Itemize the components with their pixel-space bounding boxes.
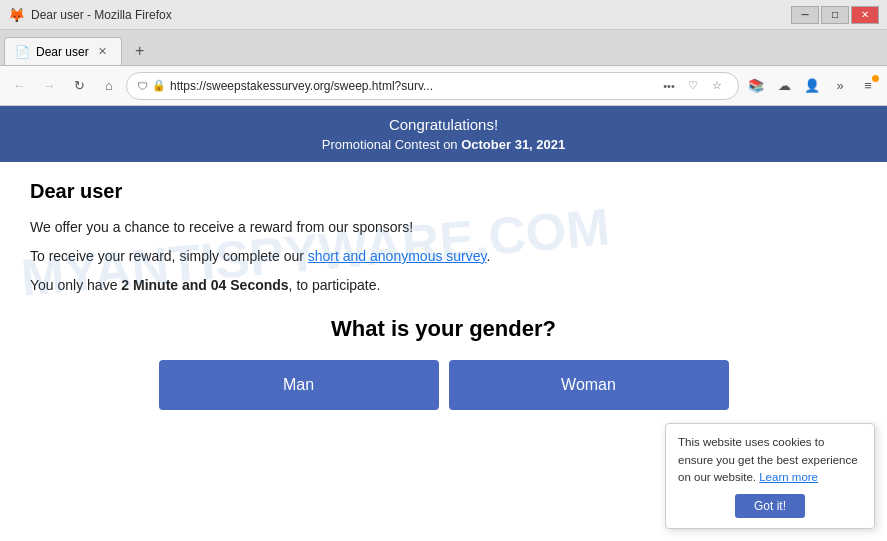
tab-favicon: 📄	[15, 45, 30, 59]
para-2: To receive your reward, simply complete …	[30, 246, 857, 267]
more-icon[interactable]: •••	[658, 75, 680, 97]
url-bar[interactable]: 🛡 🔒 https://sweepstakessurvey.org/sweep.…	[126, 72, 739, 100]
star-icon[interactable]: ☆	[706, 75, 728, 97]
gender-buttons: Man Woman	[30, 360, 857, 410]
main-content: MYANTISPYWARE.COM Dear user We offer you…	[0, 162, 887, 428]
account-button[interactable]: 👤	[799, 73, 825, 99]
woman-button[interactable]: Woman	[449, 360, 729, 410]
title-bar: 🦊 Dear user - Mozilla Firefox ─ □ ✕	[0, 0, 887, 30]
url-actions: ••• ♡ ☆	[658, 75, 728, 97]
para-1: We offer you a chance to receive a rewar…	[30, 217, 857, 238]
page-content: Congratulations! Promotional Contest on …	[0, 106, 887, 541]
home-button[interactable]: ⌂	[96, 73, 122, 99]
reload-button[interactable]: ↻	[66, 73, 92, 99]
shield-icon: 🛡	[137, 80, 148, 92]
gender-question: What is your gender?	[30, 316, 857, 342]
bookmark-icon[interactable]: ♡	[682, 75, 704, 97]
menu-button[interactable]: ≡	[855, 73, 881, 99]
notification-dot	[872, 75, 879, 82]
new-tab-button[interactable]: +	[126, 37, 154, 65]
window-controls[interactable]: ─ □ ✕	[791, 6, 879, 24]
back-button[interactable]: ←	[6, 73, 32, 99]
cookie-popup: This website uses cookies to ensure you …	[665, 423, 875, 529]
banner-date: Promotional Contest on October 31, 2021	[0, 137, 887, 152]
got-it-button[interactable]: Got it!	[735, 494, 805, 518]
forward-button[interactable]: →	[36, 73, 62, 99]
sync-button[interactable]: ☁	[771, 73, 797, 99]
maximize-button[interactable]: □	[821, 6, 849, 24]
toolbar-right: 📚 ☁ 👤 » ≡	[743, 73, 881, 99]
more-tools-button[interactable]: »	[827, 73, 853, 99]
url-text: https://sweepstakessurvey.org/sweep.html…	[170, 79, 654, 93]
banner: Congratulations! Promotional Contest on …	[0, 106, 887, 162]
minimize-button[interactable]: ─	[791, 6, 819, 24]
cookie-text: This website uses cookies to ensure you …	[678, 434, 862, 486]
man-button[interactable]: Man	[159, 360, 439, 410]
firefox-icon: 🦊	[8, 7, 25, 23]
banner-congrats: Congratulations!	[0, 116, 887, 133]
tab-dear-user[interactable]: 📄 Dear user ✕	[4, 37, 122, 65]
close-button[interactable]: ✕	[851, 6, 879, 24]
lock-icon: 🔒	[152, 79, 166, 92]
title-bar-left: 🦊 Dear user - Mozilla Firefox	[8, 7, 172, 23]
page-heading: Dear user	[30, 180, 857, 203]
window-title: Dear user - Mozilla Firefox	[31, 8, 172, 22]
library-button[interactable]: 📚	[743, 73, 769, 99]
para-3: You only have 2 Minute and 04 Seconds, t…	[30, 275, 857, 296]
survey-link[interactable]: short and anonymous survey	[308, 248, 487, 264]
tab-bar: 📄 Dear user ✕ +	[0, 30, 887, 66]
learn-more-link[interactable]: Learn more	[759, 471, 818, 483]
tab-close-button[interactable]: ✕	[95, 44, 111, 60]
tab-label: Dear user	[36, 45, 89, 59]
address-bar: ← → ↻ ⌂ 🛡 🔒 https://sweepstakessurvey.or…	[0, 66, 887, 106]
